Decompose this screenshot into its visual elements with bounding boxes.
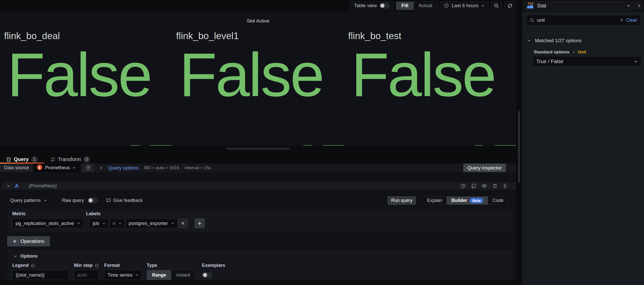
- panel-preview: Slot Active flink_bo_deal False flink_bo…: [0, 11, 516, 146]
- query-row-header[interactable]: A (Prometheus): [2, 182, 516, 190]
- datasource-row: Data source Prometheus Query options MD …: [0, 164, 516, 172]
- stat-panel: flink_bo_test False: [344, 11, 516, 146]
- legend-label: Legend: [12, 263, 35, 268]
- chevron-down-icon: [7, 184, 10, 188]
- actual-segment[interactable]: Actual: [414, 2, 437, 10]
- stat-value: False: [179, 41, 323, 108]
- datasource-name: Prometheus: [45, 165, 70, 170]
- add-operations-button[interactable]: Operations: [7, 236, 50, 246]
- clear-x-icon[interactable]: [620, 18, 624, 22]
- label-value-select[interactable]: postgres_exporter: [125, 218, 177, 228]
- fill-segment[interactable]: Fill: [396, 2, 413, 10]
- viz-picker-bar: 12.4 Stat: [522, 0, 644, 11]
- type-instant-segment[interactable]: Instant: [171, 270, 195, 280]
- matched-options-header[interactable]: Matched 1/27 options: [527, 38, 582, 43]
- run-query-button[interactable]: Run query: [388, 196, 416, 205]
- chevron-down-icon: [481, 4, 485, 7]
- exemplars-toggle[interactable]: [202, 272, 212, 278]
- duplicate-icon[interactable]: [471, 183, 476, 189]
- label-operator-value: =: [113, 221, 115, 226]
- chevron-down-icon: [44, 199, 47, 202]
- refresh-button[interactable]: [505, 2, 516, 10]
- chevron-down-icon: [72, 166, 76, 169]
- chevron-down-icon: [634, 60, 638, 63]
- tab-transform[interactable]: Transform 0: [44, 155, 96, 164]
- query-row-actions: [460, 183, 507, 189]
- x-icon: [181, 221, 185, 225]
- query-toolbar-row: Query patterns Raw query Give feedback R…: [10, 196, 508, 205]
- table-view-group: Table view: [350, 2, 393, 10]
- transform-icon: [50, 157, 55, 162]
- editor-tabs: Query 1 Transform 0: [0, 155, 516, 164]
- viz-picker[interactable]: 12.4 Stat: [523, 1, 634, 10]
- eye-icon[interactable]: [481, 183, 487, 189]
- zoom-out-icon: [494, 3, 499, 8]
- search-icon: [530, 18, 534, 23]
- query-editor-body: Query patterns Raw query Give feedback R…: [2, 190, 516, 280]
- unit-select[interactable]: True / False: [532, 56, 641, 66]
- query-options-link[interactable]: Query options: [108, 165, 138, 171]
- min-step-input[interactable]: [74, 270, 99, 280]
- table-view-toggle[interactable]: [379, 3, 390, 8]
- mode-builder[interactable]: Builder Beta: [447, 197, 488, 204]
- format-value: Time series: [108, 272, 132, 278]
- database-icon: [6, 157, 11, 162]
- resizer-handle[interactable]: [226, 147, 290, 150]
- options-section-toggle[interactable]: Options: [14, 254, 38, 259]
- format-select[interactable]: Time series: [104, 270, 142, 280]
- options-search-input[interactable]: [537, 17, 617, 23]
- pane-resizer: [0, 146, 516, 155]
- matched-option-breadcrumb: Standard options Unit: [534, 50, 586, 55]
- help-icon[interactable]: [460, 183, 466, 189]
- chevron-down-icon: [119, 222, 122, 225]
- stat-title: flink_bo_deal: [4, 31, 60, 41]
- zoom-out-button[interactable]: [491, 2, 502, 10]
- stat-value: False: [351, 41, 495, 108]
- label-operator-select[interactable]: =: [109, 218, 125, 228]
- sidebar-divider: [522, 33, 644, 33]
- collapse-options-pane-button[interactable]: [635, 1, 643, 10]
- datasource-help-button[interactable]: [83, 164, 94, 172]
- type-range-segment[interactable]: Range: [147, 270, 171, 280]
- chevron-down-icon: [627, 4, 630, 8]
- metric-select[interactable]: pg_replication_slots_active: [12, 218, 84, 228]
- label-name-select[interactable]: job: [89, 218, 109, 228]
- raw-query-toggle[interactable]: [88, 198, 98, 203]
- viz-name: Stat: [537, 3, 623, 9]
- chevron-right-icon: [637, 4, 641, 8]
- interval-text: Interval = 15s: [185, 165, 211, 170]
- clock-icon: [444, 3, 449, 8]
- refresh-icon: [507, 3, 513, 8]
- give-feedback-link[interactable]: Give feedback: [106, 198, 143, 203]
- options-search-box: Clear: [526, 15, 640, 26]
- editor-mode-group: Explain Builder Beta Code: [422, 196, 508, 205]
- min-step-label: Min step: [74, 263, 99, 268]
- add-label-filter-button[interactable]: [195, 218, 205, 228]
- metric-value: pg_replication_slots_active: [16, 221, 74, 226]
- format-label: Format: [104, 263, 120, 268]
- legend-label-text: Legend: [12, 263, 29, 268]
- legend-input[interactable]: [12, 270, 69, 280]
- drag-handle-icon[interactable]: [503, 183, 507, 189]
- query-inspector-button[interactable]: Query inspector: [463, 164, 506, 172]
- breadcrumb-category: Standard options: [534, 50, 570, 55]
- options-header-label: Options: [20, 254, 38, 259]
- datasource-picker[interactable]: Prometheus: [33, 164, 80, 172]
- mode-explain[interactable]: Explain: [422, 197, 447, 204]
- unit-value: True / False: [536, 59, 634, 64]
- vertical-scrollbar[interactable]: [518, 111, 520, 183]
- query-options-block: Options Legend Min step Format Time seri…: [7, 250, 512, 280]
- max-data-points-text: MD = auto = 1616: [144, 165, 179, 170]
- metric-controls: pg_replication_slots_active job =: [12, 218, 205, 228]
- query-patterns-button[interactable]: Query patterns: [10, 198, 47, 203]
- clear-search-link[interactable]: Clear: [626, 18, 637, 23]
- tab-query[interactable]: Query 1: [0, 155, 44, 164]
- remove-label-filter-button[interactable]: [178, 218, 188, 228]
- scroll-gutter: [516, 11, 522, 285]
- top-toolbar: Table view Fill Actual Last 6 hours: [0, 0, 522, 11]
- trash-icon[interactable]: [492, 183, 498, 189]
- time-range-picker[interactable]: Last 6 hours: [440, 2, 488, 10]
- mode-builder-label: Builder: [451, 198, 467, 203]
- mode-code[interactable]: Code: [488, 197, 508, 204]
- label-filter-group: job = postgres_exporter: [89, 218, 188, 228]
